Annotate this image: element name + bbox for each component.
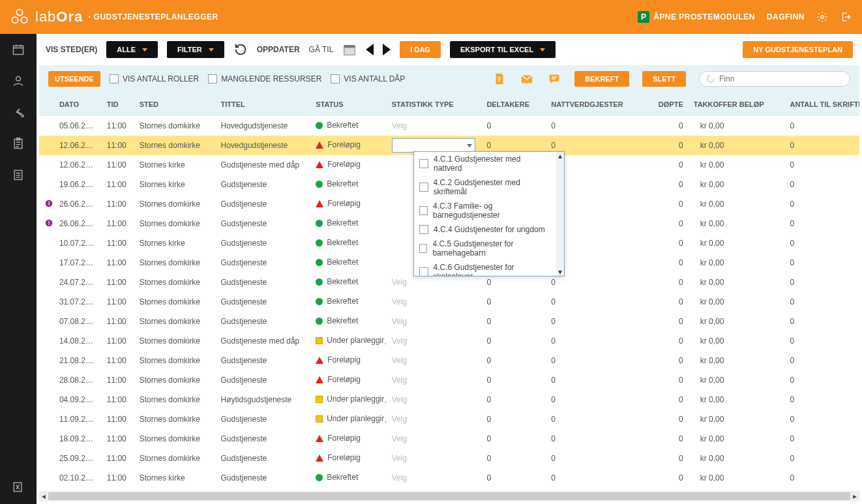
new-plan-button[interactable]: NY GUDSTJENESTEPLAN [743,41,853,58]
cell-stattype[interactable]: Velg [387,331,482,351]
cell-stattype[interactable]: Velg [387,116,482,136]
document-icon[interactable] [492,72,507,86]
mail-icon[interactable] [520,72,534,86]
dropdown-scrollbar[interactable]: ▴ ▾ [556,152,564,276]
stat-type-placeholder[interactable]: Velg [392,395,407,404]
oppdater-label[interactable]: OPPDATER [257,45,300,54]
col-status[interactable]: STATUS [310,93,387,116]
option-checkbox[interactable] [419,244,427,253]
cell-stattype[interactable]: Velg [387,390,482,409]
today-button[interactable]: I DAG [400,41,441,58]
table-row[interactable]: 14.08.201611:00Stornes domkirkeGudstjene… [39,331,859,351]
stat-type-select[interactable] [392,138,475,153]
stat-type-placeholder[interactable]: Velg [392,454,407,463]
stat-type-placeholder[interactable]: Velg [392,336,407,346]
clipboard-icon[interactable] [12,137,25,150]
list-icon[interactable] [12,168,25,181]
bekreft-button[interactable]: BEKREFT [574,71,629,87]
option-checkbox[interactable] [419,267,428,276]
dropdown-option[interactable]: 4.C.2 Gudstjenester med skriftemål [414,175,556,199]
col-natt[interactable]: NATTVERDGJESTER [546,93,647,116]
scroll-thumb[interactable] [48,492,850,500]
dropdown-option[interactable]: 4.C.4 Gudstjenester for ungdom [414,222,556,237]
cell-stattype[interactable]: Velg [387,312,482,331]
search-input[interactable] [719,74,843,83]
prev-arrow-icon[interactable] [366,44,374,55]
stat-type-placeholder[interactable]: Velg [392,317,407,326]
alle-dropdown[interactable]: ALLE [106,41,158,58]
scroll-up-icon[interactable]: ▴ [556,152,564,160]
cell-stattype[interactable]: Velg [387,449,482,468]
col-stattype[interactable]: STATISTIKK TYPE [387,93,482,116]
refresh-icon[interactable] [233,42,248,57]
export-excel-button[interactable]: EKSPORT TIL EXCEL [450,41,556,58]
cell-stattype[interactable]: Velg [387,429,482,449]
stat-type-placeholder[interactable]: Velg [392,121,407,130]
export-icon[interactable] [12,481,25,494]
col-tittel[interactable]: TITTEL [216,93,311,116]
filter-dropdown[interactable]: FILTER [167,41,224,58]
dropdown-option[interactable]: 4.C.1 Gudstjenester med nattverd [414,152,556,175]
cell-stattype[interactable]: Velg [387,409,482,429]
cell-tak: kr 0,00 [689,155,785,175]
col-sted[interactable]: STED [134,93,216,116]
stat-type-placeholder[interactable]: Velg [392,473,407,482]
table-row[interactable]: 04.09.201611:00Stornes domkirkeHøytidsgu… [39,390,859,409]
horizontal-scrollbar[interactable]: ◂ ▸ [39,491,859,501]
stat-type-dropdown[interactable]: ▴ ▾ 4.C.1 Gudstjenester med nattverd4.C.… [413,151,565,276]
col-tid[interactable]: TID [102,93,134,116]
col-deltakere[interactable]: DELTAKERE [481,93,546,116]
search-input-wrap[interactable] [699,71,850,87]
table-row[interactable]: 21.08.201611:00Stornes domkirkeGudstjene… [39,351,859,370]
calendar-icon[interactable] [12,43,25,56]
user-name[interactable]: DAGFINN [767,12,805,22]
next-arrow-icon[interactable] [383,44,391,55]
vis-dap-checkbox[interactable]: VIS ANTALL DÅP [331,74,405,83]
logout-icon[interactable] [840,11,852,23]
cell-stattype[interactable]: Velg [387,292,482,312]
table-row[interactable]: 18.09.201611:00Stornes domkirkeGudstjene… [39,429,859,449]
datepicker-icon[interactable] [342,42,357,57]
cell-sted: Stornes kirke [134,468,216,488]
chat-icon[interactable] [547,72,561,86]
col-skrifte[interactable]: ANTALL TIL SKRIFTE [784,93,859,116]
person-icon[interactable] [12,74,25,87]
stat-type-placeholder[interactable]: Velg [392,415,407,424]
option-checkbox[interactable] [419,159,428,168]
scroll-down-icon[interactable]: ▾ [556,268,564,276]
option-checkbox[interactable] [419,183,428,192]
utseende-button[interactable]: UTSEENDE [48,71,100,87]
dropdown-option[interactable]: 4.C.6 Gudstjenester for skoleelever [414,260,556,276]
stat-type-placeholder[interactable]: Velg [392,278,407,287]
table-row[interactable]: 11.09.201611:00Stornes domkirkeGudstjene… [39,409,859,429]
option-checkbox[interactable] [419,206,428,215]
table-row[interactable]: 02.10.201611:00Stornes kirkeGudstjeneste… [39,468,859,488]
scroll-left-icon[interactable]: ◂ [39,491,48,501]
cell-stattype[interactable]: Velg [387,370,482,390]
slett-button[interactable]: SLETT [642,71,686,87]
stat-type-placeholder[interactable]: Velg [392,297,407,306]
col-takkoffer[interactable]: TAKKOFFER BELØP [689,93,785,116]
cell-dato: 04.09.2016 [54,390,102,409]
cell-stattype[interactable]: Velg [387,351,482,370]
vis-roller-checkbox[interactable]: VIS ANTALL ROLLER [110,74,199,83]
table-row[interactable]: 31.07.201611:00Stornes domkirkeGudstjene… [39,292,859,312]
table-row[interactable]: 25.09.201611:00Stornes domkirkeGudstjene… [39,449,859,468]
option-checkbox[interactable] [419,225,428,234]
cell-stattype[interactable]: Velg [387,468,482,488]
table-row[interactable]: 05.06.201611:00Stornes domkirkeHovedguds… [39,116,859,136]
stat-type-placeholder[interactable]: Velg [392,434,407,443]
stat-type-placeholder[interactable]: Velg [392,376,407,385]
table-row[interactable]: 28.08.201611:00Stornes domkirkeGudstjene… [39,370,859,390]
table-row[interactable]: 07.08.201611:00Stornes domkirkeGudstjene… [39,312,859,331]
manglende-checkbox[interactable]: MANGLENDE RESSURSER [208,74,321,83]
gear-icon[interactable] [816,11,828,23]
dropdown-option[interactable]: 4.C.5 Gudstjenester for barnehagebarn [414,237,556,260]
col-dato[interactable]: DATO [54,93,102,116]
stat-type-placeholder[interactable]: Velg [392,356,407,365]
wrench-icon[interactable] [12,106,25,119]
scroll-right-icon[interactable]: ▸ [850,491,859,501]
dropdown-option[interactable]: 4.C.3 Familie- og barnegudstjenester [414,199,556,222]
col-dopte[interactable]: DØPTE [647,93,688,116]
open-prostemodul-button[interactable]: P ÅPNE PROSTEMODULEN [638,11,755,23]
